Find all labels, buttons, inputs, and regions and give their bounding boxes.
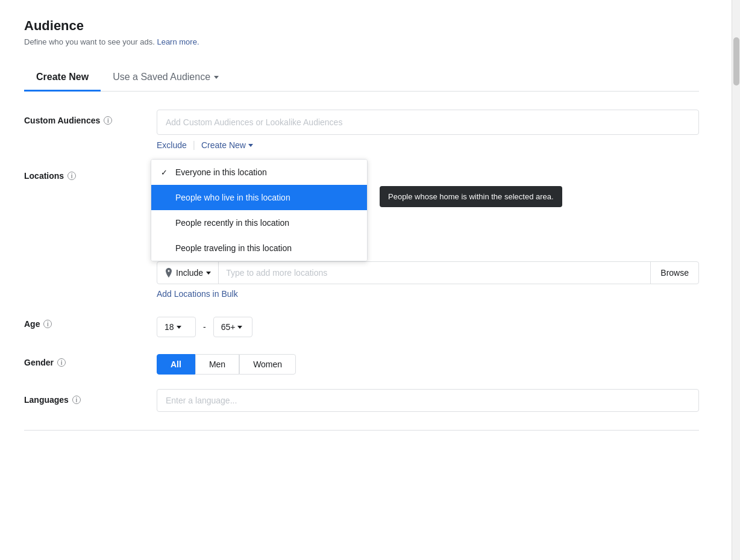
create-new-caret-icon — [248, 144, 253, 147]
age-max-caret-icon — [237, 326, 242, 329]
age-info-icon[interactable]: i — [43, 320, 52, 328]
age-max-dropdown[interactable]: 65+ — [213, 317, 252, 337]
tab-saved-caret-icon — [214, 76, 219, 79]
gender-all-button[interactable]: All — [157, 354, 195, 375]
languages-input[interactable] — [157, 389, 699, 412]
exclude-link[interactable]: Exclude — [157, 140, 187, 150]
scrollbar-thumb[interactable] — [733, 37, 739, 86]
tabs-container: Create New Use a Saved Audience — [24, 64, 699, 92]
gender-label: Gender i — [24, 352, 157, 367]
gender-men-button[interactable]: Men — [195, 354, 239, 375]
gender-content: All Men Women — [157, 352, 699, 375]
age-row: Age i 18 - 65+ — [24, 313, 699, 337]
exclude-create-row: Exclude | Create New — [157, 140, 699, 151]
age-separator: - — [201, 322, 209, 332]
gender-women-button[interactable]: Women — [239, 354, 296, 375]
age-min-dropdown[interactable]: 18 — [157, 317, 196, 337]
languages-info-icon[interactable]: i — [72, 396, 81, 404]
location-search-input[interactable] — [219, 262, 650, 284]
languages-label: Languages i — [24, 389, 157, 405]
location-include-bar: Include Browse — [157, 261, 699, 284]
location-option-everyone[interactable]: ✓ Everyone in this location — [151, 160, 367, 185]
include-caret-icon — [206, 272, 211, 275]
tab-create-new[interactable]: Create New — [24, 64, 101, 92]
gender-row: Gender i All Men Women — [24, 352, 699, 375]
age-select: 18 - 65+ — [157, 317, 699, 337]
checkmark-icon: ✓ — [161, 168, 168, 177]
include-button[interactable]: Include — [157, 262, 219, 284]
pipe-divider: | — [193, 140, 195, 151]
location-option-traveling[interactable]: People traveling in this location — [151, 235, 367, 261]
location-tooltip: People whose home is within the selected… — [380, 186, 562, 207]
location-option-recently[interactable]: People recently in this location — [151, 210, 367, 235]
pin-icon — [165, 268, 173, 278]
locations-row: Locations i ✓ Everyone in this location … — [24, 165, 699, 299]
location-option-live[interactable]: People who live in this location — [151, 185, 367, 210]
bottom-separator — [24, 430, 699, 431]
tab-use-saved-audience[interactable]: Use a Saved Audience — [101, 64, 231, 92]
browse-button[interactable]: Browse — [650, 262, 698, 284]
custom-audiences-input[interactable] — [157, 110, 699, 135]
locations-content: ✓ Everyone in this location People who l… — [157, 165, 699, 299]
add-locations-bulk-link[interactable]: Add Locations in Bulk — [157, 289, 238, 299]
location-dropdown-menu: ✓ Everyone in this location People who l… — [151, 159, 368, 261]
custom-audiences-label: Custom Audiences i — [24, 110, 157, 125]
audience-subtitle: Define who you want to see your ads. Lea… — [24, 37, 699, 46]
age-label: Age i — [24, 313, 157, 329]
custom-audiences-content: Exclude | Create New — [157, 110, 699, 151]
page-title: Audience — [24, 18, 699, 34]
locations-label: Locations i — [24, 165, 157, 181]
gender-buttons: All Men Women — [157, 354, 699, 375]
languages-row: Languages i — [24, 389, 699, 412]
languages-content — [157, 389, 699, 412]
create-new-link[interactable]: Create New — [201, 140, 253, 150]
scrollbar-track[interactable] — [732, 0, 740, 560]
custom-audiences-info-icon[interactable]: i — [104, 116, 112, 125]
gender-info-icon[interactable]: i — [57, 358, 66, 367]
custom-audiences-row: Custom Audiences i Exclude | Create New — [24, 110, 699, 151]
age-min-caret-icon — [177, 326, 181, 329]
audience-header: Audience Define who you want to see your… — [24, 18, 699, 46]
locations-info-icon[interactable]: i — [67, 172, 76, 180]
learn-more-link[interactable]: Learn more. — [157, 37, 199, 46]
age-content: 18 - 65+ — [157, 313, 699, 337]
